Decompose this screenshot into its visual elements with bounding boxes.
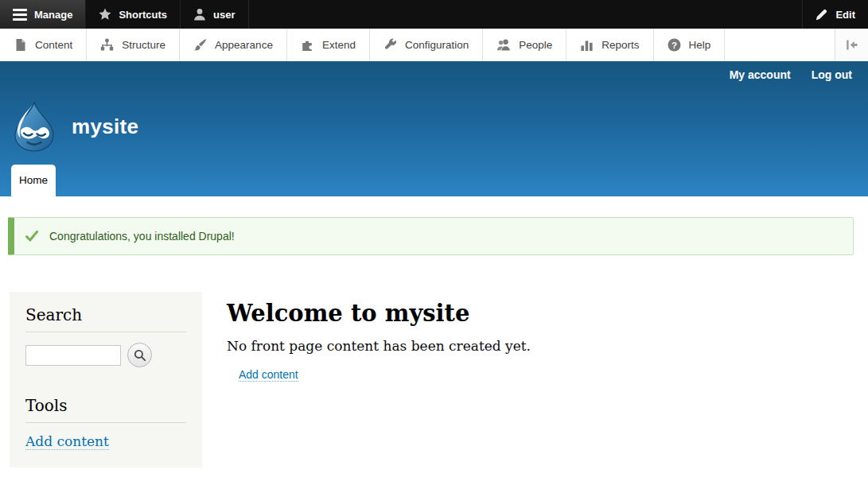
- tray-item-label: People: [519, 39, 552, 51]
- tray-item-label: Reports: [601, 39, 639, 51]
- person-icon: [193, 8, 206, 21]
- tray-item-reports[interactable]: Reports: [566, 29, 653, 61]
- secondary-menu: My account Log out: [730, 68, 852, 81]
- sitemap-icon: [100, 38, 114, 52]
- page-body-text: No front page content has been created y…: [227, 338, 836, 354]
- toolbar-item-shortcuts-label: Shortcuts: [119, 9, 167, 21]
- tray-item-label: Content: [35, 39, 72, 51]
- toolbar-item-edit-label: Edit: [835, 9, 855, 21]
- admin-toolbar-bar: Manage Shortcuts user Edit: [0, 0, 868, 29]
- collapse-left-icon: [845, 38, 858, 52]
- tray-orientation-toggle[interactable]: [835, 29, 868, 61]
- paintbrush-icon: [193, 38, 207, 52]
- toolbar-item-user[interactable]: user: [181, 0, 248, 29]
- search-block: Search: [10, 292, 202, 385]
- my-account-link[interactable]: My account: [730, 68, 791, 81]
- toolbar-item-user-label: user: [213, 9, 235, 21]
- bar-chart-icon: [580, 38, 594, 52]
- site-header: My account Log out mysite Home: [0, 61, 868, 196]
- star-icon: [99, 8, 111, 21]
- search-block-title: Search: [25, 305, 186, 332]
- page-title: Welcome to mysite: [227, 300, 836, 327]
- tray-item-structure[interactable]: Structure: [87, 29, 180, 61]
- people-icon: [496, 38, 511, 52]
- search-form: [25, 343, 186, 367]
- tray-item-appearance[interactable]: Appearance: [180, 29, 287, 61]
- pencil-icon: [815, 8, 828, 21]
- file-icon: [14, 38, 27, 52]
- tray-item-people[interactable]: People: [483, 29, 566, 61]
- wrench-icon: [383, 38, 397, 52]
- tray-item-label: Configuration: [405, 39, 469, 51]
- tray-item-label: Structure: [122, 39, 165, 51]
- tray-item-content[interactable]: Content: [0, 29, 87, 61]
- add-content-link[interactable]: Add content: [239, 368, 298, 382]
- tray-item-configuration[interactable]: Configuration: [370, 29, 483, 61]
- magnifier-icon: [134, 349, 146, 362]
- site-branding: mysite: [10, 101, 138, 152]
- hamburger-icon: [13, 9, 27, 21]
- main-content: Welcome to mysite No front page content …: [227, 300, 836, 382]
- admin-toolbar-tray: Content Structure Appearance Extend Conf…: [0, 29, 868, 61]
- toolbar-item-shortcuts[interactable]: Shortcuts: [86, 0, 181, 29]
- tray-item-label: Help: [689, 39, 711, 51]
- toolbar-item-edit[interactable]: Edit: [802, 0, 868, 29]
- toolbar-item-manage-label: Manage: [34, 9, 72, 21]
- search-input[interactable]: [25, 345, 121, 366]
- tray-spacer: [725, 29, 835, 61]
- puzzle-icon: [301, 38, 314, 52]
- log-out-link[interactable]: Log out: [812, 68, 852, 81]
- toolbar-item-manage[interactable]: Manage: [0, 0, 86, 29]
- tray-item-label: Appearance: [215, 39, 273, 51]
- drupal-page: { "toolbar": { "manage_label": "Manage",…: [0, 0, 868, 489]
- site-name[interactable]: mysite: [72, 114, 138, 139]
- tools-block-title: Tools: [25, 396, 186, 423]
- tray-item-label: Extend: [322, 39, 356, 51]
- status-message-text: Congratulations, you installed Drupal!: [49, 230, 235, 243]
- node-links: Add content: [239, 367, 836, 382]
- tools-block: Tools Add content: [10, 382, 202, 468]
- tools-add-content-link[interactable]: Add content: [25, 433, 109, 450]
- status-message: Congratulations, you installed Drupal!: [8, 217, 854, 255]
- search-button[interactable]: [127, 343, 152, 367]
- druplicon-logo[interactable]: [10, 101, 59, 152]
- svg-text:?: ?: [671, 41, 677, 50]
- question-icon: ?: [668, 38, 681, 52]
- tray-item-help[interactable]: ? Help: [654, 29, 726, 61]
- toolbar-spacer: [249, 0, 803, 29]
- tab-home[interactable]: Home: [11, 165, 56, 196]
- check-icon: [25, 231, 38, 242]
- tray-item-extend[interactable]: Extend: [287, 29, 370, 61]
